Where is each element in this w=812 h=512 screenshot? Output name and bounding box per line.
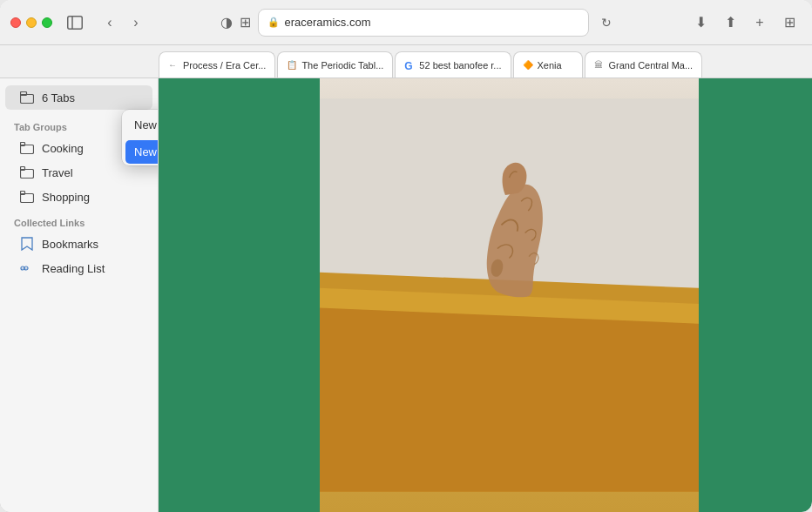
title-bar: ‹ › ◑ ⊞ 🔒 eraceramics.com ↻ ⬇ ⬆ + ⊞ [0,0,812,45]
traffic-lights [10,17,52,28]
tab-favicon-5: 🏛 [594,60,605,71]
tab-grandcentral[interactable]: 🏛 Grand Central Ma... [585,51,703,77]
travel-label: Travel [42,166,73,179]
address-bar[interactable]: 🔒 eraceramics.com [258,9,589,37]
shopping-label: Shopping [42,191,90,204]
tab-label-5: Grand Central Ma... [609,60,694,71]
page-right-column [699,78,812,512]
dropdown-menu: New Empty Tab Group New Tab Group with 6… [122,110,159,165]
close-button[interactable] [10,17,21,28]
dropdown-item2-label: New Tab Group with 6 Tabs [134,145,159,158]
lock-icon: 🔒 [267,17,280,28]
tab-label-4: Xenia [538,60,562,71]
sidebar: 6 Tabs Tab Groups Cooking [0,78,159,512]
tab-favicon-3: G [404,60,415,71]
main-area: 6 Tabs Tab Groups Cooking [0,78,812,512]
dropdown-item-with-tabs[interactable]: New Tab Group with 6 Tabs [125,140,159,164]
tab-grid-button[interactable]: ⊞ [777,10,802,35]
dropdown-item-empty-group[interactable]: New Empty Tab Group [125,111,159,138]
webpage [159,78,812,512]
shopping-icon [19,189,35,205]
tab-periodic[interactable]: 📋 The Periodic Tabl... [277,51,393,77]
sidebar-item-6tabs[interactable]: 6 Tabs [5,85,152,110]
tab-process[interactable]: ← Process / Era Cer... [159,51,275,77]
tab-xenia[interactable]: 🔶 Xenia [513,51,583,77]
sidebar-icon [67,16,83,30]
tab-favicon-2: 📋 [287,60,297,71]
ceramic-svg [320,78,699,512]
share-button[interactable]: ⬆ [718,10,742,35]
address-bar-area: ◑ ⊞ 🔒 eraceramics.com ↻ [155,9,681,37]
new-tab-button[interactable]: + [748,10,772,35]
svg-marker-17 [320,308,699,492]
sidebar-item-bookmarks[interactable]: Bookmarks [5,232,152,256]
downloads-button[interactable]: ⬇ [688,10,713,35]
ceramic-image [320,78,699,512]
minimize-button[interactable] [26,17,37,28]
travel-icon [19,165,35,180]
reading-list-icon [19,260,35,276]
cooking-icon [19,140,35,156]
reading-list-label: Reading List [42,262,105,275]
cooking-label: Cooking [42,142,84,155]
sidebar-item-reading-list[interactable]: Reading List [5,256,152,280]
privacy-icon[interactable]: ◑ [220,14,233,30]
page-left-column [159,78,320,512]
sidebar-6tabs-label: 6 Tabs [42,91,75,104]
svg-point-13 [25,267,26,268]
bookmarks-label: Bookmarks [42,238,98,251]
url-text: eraceramics.com [285,16,371,29]
browser-content [159,78,812,512]
tab-label-2: The Periodic Tabl... [301,60,383,71]
toolbar-right: ⬇ ⬆ + ⊞ [688,10,802,35]
maximize-button[interactable] [42,17,52,28]
collected-links-header: Collected Links [0,209,158,232]
tabs-container: ← Process / Era Cer... 📋 The Periodic Ta… [159,51,702,77]
back-button[interactable]: ‹ [98,10,122,35]
tab-label-3: 52 best banofee r... [419,60,501,71]
tab-banoffee[interactable]: G 52 best banofee r... [395,51,511,77]
svg-point-11 [22,267,23,268]
svg-rect-3 [21,92,27,96]
tabs-icon [19,90,35,105]
sidebar-item-shopping[interactable]: Shopping [5,185,152,209]
svg-rect-0 [68,16,83,29]
reload-button[interactable]: ↻ [596,12,617,33]
tab-favicon-1: ← [168,60,179,71]
forward-button[interactable]: › [124,10,148,35]
browser-window: ‹ › ◑ ⊞ 🔒 eraceramics.com ↻ ⬇ ⬆ + ⊞ ← Pr [0,0,812,512]
tab-favicon-4: 🔶 [523,60,533,71]
tab-label-1: Process / Era Cer... [183,60,266,71]
sidebar-toggle-button[interactable] [63,13,87,32]
page-center-content [320,78,699,512]
tabs-overview-icon[interactable]: ⊞ [240,14,251,30]
tabs-bar: ← Process / Era Cer... 📋 The Periodic Ta… [0,45,812,78]
bookmarks-icon [19,236,35,252]
nav-buttons: ‹ › [98,10,148,35]
dropdown-item1-label: New Empty Tab Group [134,118,159,131]
